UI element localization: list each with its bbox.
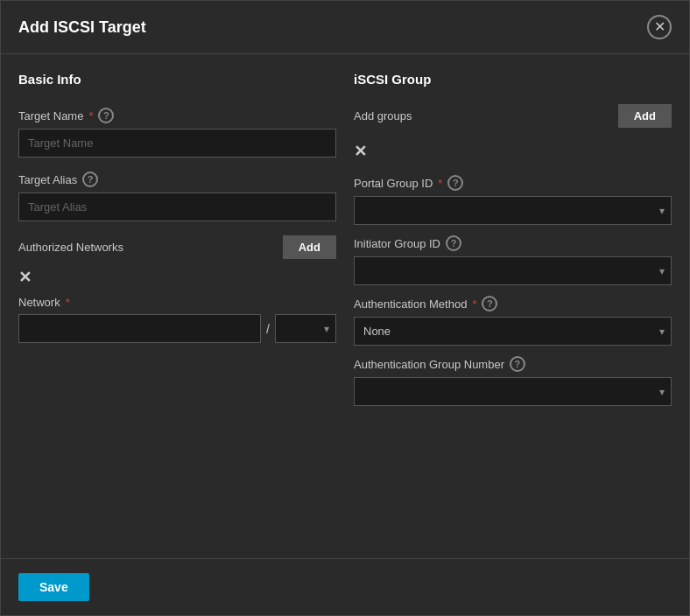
- portal-group-select-wrapper: ▾: [354, 196, 672, 225]
- auth-method-label: Authentication Method * ?: [354, 296, 672, 312]
- initiator-group-id-select[interactable]: [354, 256, 672, 285]
- save-button[interactable]: Save: [18, 573, 89, 601]
- network-ip-input[interactable]: [18, 314, 261, 343]
- auth-method-group: Authentication Method * ? None CHAP Mutu…: [354, 296, 672, 346]
- authorized-networks-header: Authorized Networks Add: [18, 235, 336, 259]
- slash-label: /: [266, 322, 270, 336]
- initiator-group-id-label: Initiator Group ID ?: [354, 235, 672, 251]
- remove-group-row: ✕: [354, 142, 672, 161]
- remove-group-icon[interactable]: ✕: [354, 142, 367, 161]
- close-button[interactable]: ✕: [647, 15, 672, 39]
- initiator-group-id-group: Initiator Group ID ? ▾: [354, 235, 672, 285]
- portal-required-star: *: [438, 177, 442, 190]
- target-name-label: Target Name * ?: [18, 108, 336, 123]
- auth-method-select[interactable]: None CHAP Mutual CHAP: [354, 317, 672, 346]
- target-alias-group: Target Alias ?: [18, 172, 336, 221]
- add-group-button[interactable]: Add: [618, 104, 672, 128]
- network-field-label: Network *: [18, 296, 336, 309]
- auth-method-required-star: *: [472, 298, 476, 311]
- target-name-group: Target Name * ?: [18, 108, 336, 158]
- auth-method-help-icon[interactable]: ?: [482, 296, 497, 312]
- auth-group-number-select-wrapper: ▾: [354, 377, 672, 406]
- initiator-group-help-icon[interactable]: ?: [446, 235, 461, 251]
- portal-group-id-select[interactable]: [354, 196, 672, 225]
- dialog-body: Basic Info Target Name * ? Target Alias …: [1, 54, 689, 558]
- basic-info-title: Basic Info: [18, 72, 336, 87]
- target-name-help-icon[interactable]: ?: [98, 108, 114, 123]
- basic-info-panel: Basic Info Target Name * ? Target Alias …: [18, 72, 336, 541]
- auth-group-number-label: Authentication Group Number ?: [354, 356, 672, 372]
- required-star: *: [88, 109, 93, 122]
- auth-group-number-group: Authentication Group Number ? ▾: [354, 356, 672, 406]
- cidr-select-wrapper: 8 16 24 32 ▾: [275, 314, 336, 343]
- dialog-footer: Save: [1, 558, 689, 615]
- auth-group-number-select[interactable]: [354, 377, 672, 406]
- iscsi-group-title: iSCSI Group: [354, 72, 672, 87]
- auth-group-number-help-icon[interactable]: ?: [510, 356, 525, 372]
- network-required-star: *: [66, 296, 70, 309]
- add-groups-row: Add groups Add: [354, 104, 672, 128]
- target-alias-help-icon[interactable]: ?: [82, 172, 98, 187]
- authorized-networks-label: Authorized Networks: [18, 241, 123, 254]
- dialog-header: Add ISCSI Target ✕: [1, 1, 689, 54]
- portal-group-help-icon[interactable]: ?: [447, 175, 463, 191]
- iscsi-group-panel: iSCSI Group Add groups Add ✕ Portal Grou…: [354, 72, 672, 541]
- add-iscsi-target-dialog: Add ISCSI Target ✕ Basic Info Target Nam…: [0, 0, 690, 616]
- initiator-group-select-wrapper: ▾: [354, 256, 672, 285]
- remove-network-icon[interactable]: ✕: [18, 268, 32, 287]
- portal-group-id-group: Portal Group ID * ? ▾: [354, 175, 672, 225]
- portal-group-id-label: Portal Group ID * ?: [354, 175, 672, 191]
- target-alias-label: Target Alias ?: [18, 172, 336, 187]
- target-alias-input[interactable]: [18, 192, 336, 221]
- network-input-row: / 8 16 24 32 ▾: [18, 314, 336, 343]
- cidr-select[interactable]: 8 16 24 32: [275, 314, 336, 343]
- add-groups-label: Add groups: [354, 109, 412, 122]
- remove-network-row: ✕: [18, 268, 336, 287]
- add-network-button[interactable]: Add: [283, 235, 336, 259]
- target-name-input[interactable]: [18, 129, 336, 158]
- auth-method-select-wrapper: None CHAP Mutual CHAP ▾: [354, 317, 672, 346]
- authorized-networks-group: Authorized Networks Add ✕ Network * /: [18, 235, 336, 343]
- dialog-title: Add ISCSI Target: [18, 18, 146, 37]
